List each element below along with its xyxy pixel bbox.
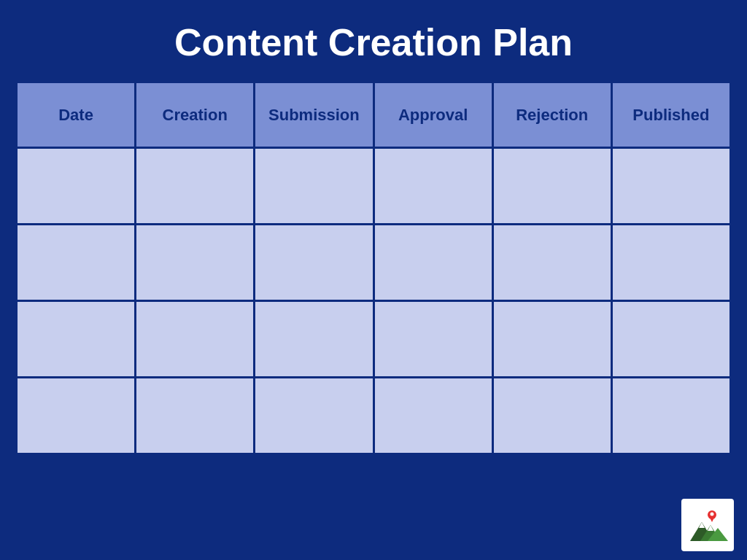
header-submission: Submission [255,83,374,149]
table-row[interactable] [494,302,613,378]
page-title: Content Creation Plan [0,0,747,79]
table-row[interactable] [136,302,255,378]
logo [681,499,734,551]
content-plan-table: Date Creation Submission Approval Reject… [13,79,734,457]
table-row[interactable] [255,225,374,302]
table-row[interactable] [18,225,136,302]
header-published: Published [613,83,732,149]
table-row[interactable] [375,302,494,378]
header-date: Date [18,83,136,149]
table-row[interactable] [494,149,613,225]
header-creation: Creation [136,83,255,149]
table-row[interactable] [255,149,374,225]
table-row[interactable] [18,302,136,378]
table-row[interactable] [136,225,255,302]
table-row[interactable] [613,149,732,225]
svg-rect-0 [684,502,731,548]
table-row[interactable] [375,378,494,455]
table-row[interactable] [613,378,732,455]
table-row[interactable] [375,225,494,302]
table-row[interactable] [255,378,374,455]
table-row[interactable] [18,149,136,225]
table-row[interactable] [136,149,255,225]
table-row[interactable] [494,378,613,455]
table-grid: Date Creation Submission Approval Reject… [15,81,732,455]
table-row[interactable] [613,225,732,302]
table-row[interactable] [255,302,374,378]
table-row[interactable] [136,378,255,455]
header-rejection: Rejection [494,83,613,149]
header-approval: Approval [375,83,494,149]
table-row[interactable] [375,149,494,225]
table-row[interactable] [18,378,136,455]
svg-point-8 [711,513,714,516]
table-row[interactable] [494,225,613,302]
table-row[interactable] [613,302,732,378]
